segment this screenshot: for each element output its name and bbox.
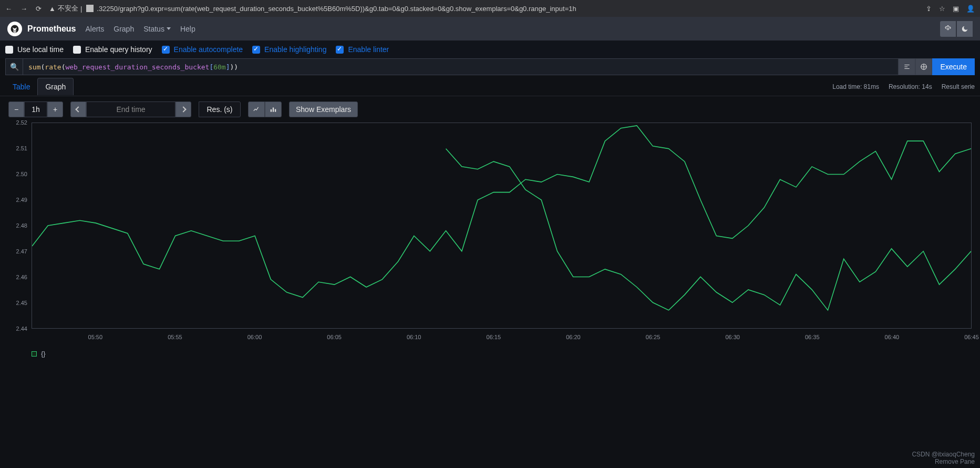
brand-label: Prometheus <box>27 24 76 34</box>
tab-table[interactable]: Table <box>5 78 37 95</box>
opt-enable-highlighting[interactable]: Enable highlighting <box>252 45 326 54</box>
show-exemplars-button[interactable]: Show Exemplars <box>289 101 358 117</box>
chart-line-button[interactable] <box>248 101 265 117</box>
result-tabs: Table Graph Load time: 81ms Resolution: … <box>0 77 980 96</box>
url-text: .32250/graph?g0.expr=sum(rate(web_reques… <box>97 5 576 13</box>
panel-icon[interactable]: ▣ <box>953 5 959 13</box>
reload-icon[interactable]: ⟳ <box>36 5 42 13</box>
svg-point-3 <box>947 28 949 30</box>
chart-plot[interactable] <box>32 123 972 329</box>
url-box[interactable]: .32250/graph?g0.expr=sum(rate(web_reques… <box>86 5 576 13</box>
resolution-input[interactable]: Res. (s) <box>199 101 241 117</box>
x-axis: 05:5005:5506:0006:0506:1006:1506:2006:25… <box>32 331 972 343</box>
execute-button[interactable]: Execute <box>932 58 975 75</box>
chevron-left-icon <box>75 106 81 112</box>
prometheus-logo-icon <box>7 22 22 36</box>
range-value[interactable]: 1h <box>24 101 47 117</box>
bookmark-icon[interactable]: ☆ <box>939 5 945 13</box>
chevron-right-icon <box>180 106 186 112</box>
insecure-label: 不安全 <box>58 4 78 13</box>
opt-enable-autocomplete[interactable]: Enable autocomplete <box>162 45 243 54</box>
svg-rect-1 <box>13 30 16 32</box>
back-icon[interactable]: ← <box>5 5 12 13</box>
expression-input[interactable]: sum(rate(web_request_duration_seconds_bu… <box>23 58 899 75</box>
range-increase-button[interactable]: + <box>47 101 63 117</box>
share-icon[interactable]: ⇪ <box>926 5 932 13</box>
chart-stacked-button[interactable] <box>265 101 282 117</box>
nav-status[interactable]: Status <box>143 25 171 33</box>
chart-area: 2.442.452.462.472.482.492.502.512.52 05:… <box>8 123 972 343</box>
format-button[interactable] <box>899 58 915 75</box>
insecure-badge[interactable]: ▲ 不安全 | <box>49 4 82 13</box>
brand[interactable]: Prometheus <box>7 22 76 36</box>
legend: {} <box>0 348 980 362</box>
tab-graph[interactable]: Graph <box>37 78 74 95</box>
settings-button[interactable] <box>940 21 956 37</box>
query-row: 🔍 sum(rate(web_request_duration_seconds_… <box>5 58 975 75</box>
svg-rect-2 <box>14 32 16 33</box>
graph-controls: − 1h + End time Res. (s) Show Exemplars <box>0 96 980 123</box>
nav-graph[interactable]: Graph <box>114 25 134 33</box>
caret-down-icon <box>167 27 171 30</box>
end-time-input[interactable]: End time <box>86 101 176 117</box>
legend-swatch <box>32 351 37 357</box>
nav-help[interactable]: Help <box>180 25 195 33</box>
app-navbar: Prometheus Alerts Graph Status Help <box>0 17 980 40</box>
range-decrease-button[interactable]: − <box>8 101 24 117</box>
query-options: Use local time Enable query history Enab… <box>0 40 980 58</box>
opt-use-local-time[interactable]: Use local time <box>5 45 64 54</box>
theme-toggle-button[interactable] <box>957 21 973 37</box>
time-next-button[interactable] <box>176 101 191 117</box>
stat-resolution: Resolution: 14s <box>889 83 932 90</box>
profile-icon[interactable]: 👤 <box>966 5 975 13</box>
search-icon[interactable]: 🔍 <box>5 58 23 75</box>
legend-label: {} <box>41 350 46 358</box>
favicon-icon <box>86 5 94 12</box>
time-prev-button[interactable] <box>70 101 86 117</box>
nav-alerts[interactable]: Alerts <box>85 25 104 33</box>
opt-enable-history[interactable]: Enable query history <box>73 45 152 54</box>
explore-button[interactable] <box>915 58 932 75</box>
stat-load-time: Load time: 81ms <box>832 83 879 90</box>
opt-enable-linter[interactable]: Enable linter <box>336 45 389 54</box>
y-axis: 2.442.452.462.472.482.492.502.512.52 <box>8 123 30 329</box>
stat-series: Result serie <box>942 83 975 90</box>
browser-bar: ← → ⟳ ▲ 不安全 | .32250/graph?g0.expr=sum(r… <box>0 0 980 17</box>
forward-icon[interactable]: → <box>20 5 27 13</box>
